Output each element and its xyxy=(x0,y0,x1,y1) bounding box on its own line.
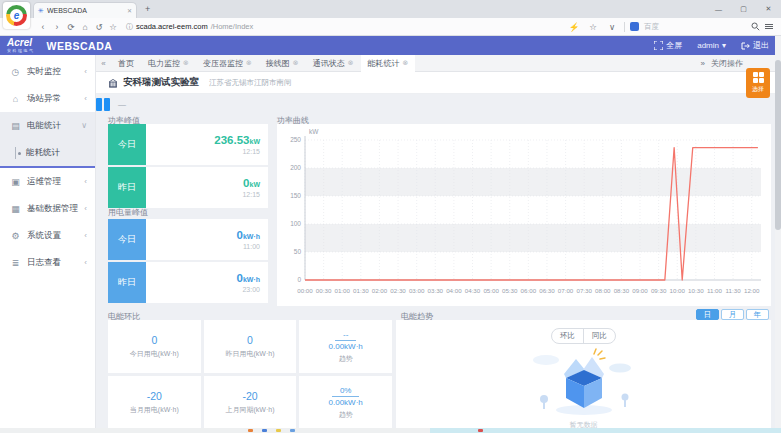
energy_peak-card-今日: 今日0kW·h11:00 xyxy=(108,219,268,260)
ratio-cell-label: 昨日用电(kW·h) xyxy=(225,349,274,359)
y-tick-label: 100 xyxy=(290,220,301,227)
tab-close-icon[interactable]: ✕ xyxy=(127,7,132,14)
x-tick-label: 10:30 xyxy=(688,287,704,294)
quick-select-button[interactable]: 选择 xyxy=(746,68,770,98)
sidebar-subitem-energy-consumption[interactable]: 能耗统计 xyxy=(0,139,95,166)
scrollbar-thumb[interactable] xyxy=(775,60,781,230)
building-icon xyxy=(108,78,118,88)
tab-close-icon[interactable]: ⊗ xyxy=(183,59,189,67)
sidebar-item-label: 场站异常 xyxy=(27,93,78,105)
sidebar-item-label: 系统设置 xyxy=(27,230,78,242)
url-field[interactable]: ⓘ scada.acrel-eem.com /Home/Index xyxy=(126,22,567,32)
forward-icon[interactable]: › xyxy=(50,22,64,32)
main-content: « 首页电力监控⊗变压器监控⊗接线图⊗通讯状态⊗能耗统计⊗ » 关闭操作 安科瑞… xyxy=(96,55,781,433)
favorite-star-icon[interactable]: ☆ xyxy=(586,22,600,32)
workspace-tab-变压器监控[interactable]: 变压器监控⊗ xyxy=(196,55,259,72)
site-info-icon[interactable]: ⓘ xyxy=(126,22,133,32)
x-tick-label: 05:30 xyxy=(502,287,518,294)
back-icon[interactable]: ‹ xyxy=(36,22,50,32)
peak-value-area: 236.53kW12:15 xyxy=(146,124,268,165)
fullscreen-button[interactable]: 全屏 xyxy=(654,40,682,51)
station-icon: ⌂ xyxy=(10,94,21,104)
workspace-tab-通讯状态[interactable]: 通讯状态⊗ xyxy=(306,55,361,72)
settings-icon: ⚙ xyxy=(10,231,21,241)
sidebar-item-label: 日志查看 xyxy=(27,257,78,269)
station-name[interactable]: 安科瑞测试实验室 xyxy=(123,76,199,89)
workspace-tab-首页[interactable]: 首页 xyxy=(111,55,141,72)
workspace-tab-能耗统计[interactable]: 能耗统计⊗ xyxy=(361,55,416,72)
windows-taskbar[interactable] xyxy=(0,428,781,433)
sidebar-subitem-label: 能耗统计 xyxy=(26,147,60,159)
undo-icon[interactable]: ↺ xyxy=(92,22,106,32)
new-tab-button[interactable]: + xyxy=(145,4,150,14)
ratio-cell-value: 0 xyxy=(247,334,253,346)
ratio-numerator: 0% xyxy=(332,386,360,397)
x-tick-label: 05:00 xyxy=(483,287,499,294)
trend-range-月[interactable]: 月 xyxy=(721,309,744,320)
browser-logo-ring: e xyxy=(6,5,27,26)
sidebar-item-system-settings[interactable]: ⚙系统设置‹ xyxy=(0,222,95,249)
power-curve-panel: 050100150200250kW00:0000:3001:0001:3002:… xyxy=(277,124,771,306)
search-engine-label[interactable]: 百度 xyxy=(644,22,659,32)
tab-close-icon[interactable]: ⊗ xyxy=(403,59,409,67)
reload-icon[interactable]: ⟳ xyxy=(64,22,78,32)
x-tick-label: 11:00 xyxy=(707,287,723,294)
peak-time: 12:15 xyxy=(242,191,260,198)
sidebar-item-ops-management[interactable]: ▣运维管理‹ xyxy=(0,168,95,195)
app-header: Acrel 安科瑞电气 WEBSCADA 全屏 admin ▾ 退出 xyxy=(0,36,781,55)
home-icon[interactable]: ⌂ xyxy=(78,22,92,32)
user-dropdown-icon: ▾ xyxy=(722,41,726,50)
search-icon[interactable] xyxy=(751,22,760,31)
page-scrollbar[interactable] xyxy=(775,36,781,428)
tab-close-icon[interactable]: ⊗ xyxy=(246,59,252,67)
y-tick-label: 250 xyxy=(290,136,301,143)
sidebar-item-realtime-monitor[interactable]: ◷实时监控‹ xyxy=(0,58,95,85)
peak-value: 0kW xyxy=(243,177,260,190)
sidebar-item-log-view[interactable]: ≣日志查看‹ xyxy=(0,249,95,276)
peak-value-area: 0kW·h11:00 xyxy=(146,219,268,260)
search-engine-icon[interactable] xyxy=(630,22,639,31)
x-tick-label: 09:00 xyxy=(632,287,648,294)
browser-tab[interactable]: ✳ WEBSCADA ✕ xyxy=(33,2,137,18)
logout-button[interactable]: 退出 xyxy=(741,40,769,51)
tabs-expand-icon[interactable]: » xyxy=(701,59,705,68)
user-menu[interactable]: admin ▾ xyxy=(697,41,726,50)
extension-bolt-icon[interactable]: ⚡ xyxy=(567,22,581,32)
trend-range-年[interactable]: 年 xyxy=(746,309,769,320)
bookmark-star-icon[interactable]: ☆ xyxy=(106,22,120,32)
legend-item-环比[interactable]: 环比 xyxy=(552,329,583,343)
chevron-left-icon: ‹ xyxy=(84,67,87,76)
sidebar-item-station-abnormal[interactable]: ⌂场站异常‹ xyxy=(0,85,95,112)
chevron-down-icon[interactable]: ∨ xyxy=(605,22,619,32)
sidebar: ◷实时监控‹⌂场站异常‹▤电能统计∨能耗统计▣运维管理‹▦基础数据管理‹⚙系统设… xyxy=(0,55,96,428)
x-tick-label: 00:30 xyxy=(316,287,332,294)
minimize-button[interactable]: — xyxy=(706,0,731,18)
sidebar-item-base-data[interactable]: ▦基础数据管理‹ xyxy=(0,195,95,222)
workspace-tab-电力监控[interactable]: 电力监控⊗ xyxy=(141,55,196,72)
close-operations-menu[interactable]: 关闭操作 xyxy=(711,58,743,69)
tabs-collapse-icon[interactable]: « xyxy=(96,59,111,68)
tab-close-icon[interactable]: ⊗ xyxy=(293,59,299,67)
sidebar-item-label: 电能统计 xyxy=(27,120,75,132)
trend-range-日[interactable]: 日 xyxy=(696,309,719,320)
workspace-tab-label: 接线图 xyxy=(266,58,290,69)
trend-legend: 环比同比 xyxy=(551,328,616,344)
url-host: scada.acrel-eem.com xyxy=(136,22,208,31)
menu-icon[interactable] xyxy=(765,24,773,29)
power_peak-card-今日: 今日236.53kW12:15 xyxy=(108,124,268,165)
tab-close-icon[interactable]: ⊗ xyxy=(348,59,354,67)
x-tick-label: 01:30 xyxy=(353,287,369,294)
workspace-tab-接线图[interactable]: 接线图⊗ xyxy=(259,55,306,72)
maximize-button[interactable]: ▢ xyxy=(731,0,756,18)
tree-collapse-dash[interactable]: — xyxy=(118,100,126,109)
peak-time: 11:00 xyxy=(243,243,260,250)
browser-logo[interactable]: e xyxy=(3,2,30,29)
ratio-cell-value: -20 xyxy=(147,390,162,402)
sidebar-item-energy-statistics[interactable]: ▤电能统计∨ xyxy=(0,112,95,139)
close-button[interactable]: ✕ xyxy=(756,0,781,18)
energy_peak-card-昨日: 昨日0kW·h23:00 xyxy=(108,262,268,303)
tree-node-icon[interactable] xyxy=(104,98,110,111)
tree-node-icon[interactable] xyxy=(96,98,102,111)
peak-value-unit: kW xyxy=(250,138,261,145)
legend-item-同比[interactable]: 同比 xyxy=(583,329,615,343)
